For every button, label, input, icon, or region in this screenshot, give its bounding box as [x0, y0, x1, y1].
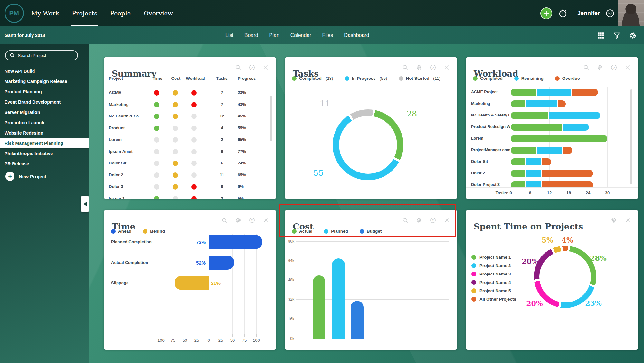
- legend-label: Budget: [367, 229, 382, 234]
- gear-button[interactable]: [597, 64, 603, 70]
- search-button[interactable]: [221, 217, 227, 223]
- new-project-button[interactable]: + New Project: [5, 172, 46, 181]
- timer-button[interactable]: [558, 8, 568, 18]
- status-dot-red: [191, 90, 197, 96]
- table-row[interactable]: NZ Health & Sa...1245%: [104, 110, 276, 122]
- search-input[interactable]: Search Project: [5, 50, 78, 60]
- view-tabs: ListBoardPlanCalendarFilesDashboard: [225, 26, 369, 44]
- svg-text:?: ?: [613, 66, 615, 69]
- pm-logo[interactable]: PM: [5, 4, 24, 23]
- search-button[interactable]: [235, 64, 241, 70]
- user-avatar-photo[interactable]: [618, 0, 644, 26]
- add-button[interactable]: [540, 7, 552, 19]
- bar-segment-completed: [511, 158, 525, 165]
- legend-dot: [292, 229, 297, 234]
- close-button[interactable]: [444, 217, 450, 223]
- workload-bar: [511, 170, 593, 177]
- gridline: [209, 234, 209, 334]
- help-icon: ?: [249, 217, 255, 223]
- bar-segment-remaining: [537, 147, 562, 154]
- tab-list[interactable]: List: [225, 26, 233, 44]
- tasks-donut-chart: [333, 109, 403, 180]
- status-dot-none: [154, 172, 159, 178]
- filter-button[interactable]: [613, 32, 621, 40]
- table-row[interactable]: Marketing743%: [104, 99, 276, 111]
- status-dot-green: [154, 114, 159, 119]
- time-value-label: 52%: [183, 260, 206, 265]
- sidebar-collapse-handle[interactable]: [81, 196, 89, 212]
- tab-files[interactable]: Files: [322, 26, 333, 44]
- close-button[interactable]: [444, 64, 450, 70]
- search-button[interactable]: [402, 217, 408, 223]
- sidebar-item-risk-management-planning[interactable]: Risk Management Planning: [0, 138, 89, 148]
- close-button[interactable]: [625, 64, 631, 70]
- legend-item-overdue: Overdue: [555, 76, 580, 81]
- time-panel: Time ? AheadBehind 1007550250255075100Pl…: [104, 210, 276, 350]
- table-row[interactable]: Dolor 399%: [104, 181, 276, 193]
- tab-plan[interactable]: Plan: [269, 26, 279, 44]
- close-button[interactable]: [625, 217, 631, 223]
- table-row[interactable]: Dolor Sit674%: [104, 157, 276, 169]
- table-row[interactable]: ACME723%: [104, 87, 276, 99]
- gear-button[interactable]: [235, 217, 241, 223]
- sidebar-item-new-api-build[interactable]: New API Build: [0, 66, 89, 76]
- workload-scrollbar[interactable]: [630, 89, 632, 184]
- table-row[interactable]: Product455%: [104, 122, 276, 134]
- close-icon: [263, 217, 269, 223]
- axis-tick: 0: [506, 191, 516, 195]
- sidebar-item-pr-release[interactable]: PR Release: [0, 159, 89, 169]
- legend-dot: [345, 76, 349, 81]
- nav-item-projects[interactable]: Projects: [72, 0, 97, 26]
- legend-label: Project Name 4: [479, 280, 511, 285]
- help-button[interactable]: ?: [611, 64, 617, 70]
- legend-label: Actual: [299, 229, 312, 234]
- help-button[interactable]: ?: [249, 64, 255, 70]
- status-dot-none: [154, 137, 159, 143]
- help-button[interactable]: ?: [249, 217, 255, 223]
- tab-board[interactable]: Board: [244, 26, 258, 44]
- axis-tick: 25: [191, 338, 203, 343]
- gear-button[interactable]: [611, 217, 617, 223]
- search-button[interactable]: [402, 64, 408, 70]
- legend-item-project-name-2: Project Name 2: [471, 261, 516, 270]
- nav-item-people[interactable]: People: [110, 0, 131, 26]
- close-button[interactable]: [263, 64, 269, 70]
- help-button[interactable]: ?: [430, 217, 436, 223]
- panel-header-icons: ?: [402, 64, 450, 70]
- user-name[interactable]: Jennifer: [577, 10, 600, 17]
- sidebar-item-philanthropic-initiative[interactable]: Philanthropic Initiative: [0, 148, 89, 159]
- gear-button[interactable]: [416, 217, 422, 223]
- sidebar-item-promotion-launch[interactable]: Promotion Launch: [0, 117, 89, 128]
- user-menu-button[interactable]: [606, 9, 614, 18]
- help-icon: ?: [430, 64, 436, 70]
- nav-item-overview[interactable]: Overview: [144, 0, 173, 26]
- search-button[interactable]: [583, 64, 589, 70]
- plus-icon: +: [5, 172, 14, 181]
- grid-view-button[interactable]: [597, 31, 605, 40]
- donut-hole: [539, 251, 591, 302]
- table-row[interactable]: Ipsum 135%: [104, 193, 276, 199]
- close-button[interactable]: [263, 217, 269, 223]
- settings-button[interactable]: [629, 31, 637, 40]
- sidebar-item-marketing-campaign-release[interactable]: Marketing Campaign Release: [0, 76, 89, 87]
- help-button[interactable]: ?: [430, 64, 436, 70]
- legend-item-completed: Completed (28): [292, 76, 333, 81]
- nav-item-my-work[interactable]: My Work: [31, 0, 59, 26]
- table-row[interactable]: Dolor 21165%: [104, 169, 276, 181]
- table-row[interactable]: Ipsum Amet677%: [104, 146, 276, 158]
- sidebar-item-website-redesign[interactable]: Website Redesign: [0, 128, 89, 138]
- table-row[interactable]: Lorem265%: [104, 134, 276, 146]
- status-dot-yellow: [173, 172, 178, 178]
- sidebar-item-server-migration[interactable]: Server Migration: [0, 107, 89, 117]
- workload-row-label: Product Redesign We...: [471, 125, 510, 129]
- summary-scrollbar[interactable]: [270, 96, 272, 141]
- legend-label: Project Name 5: [479, 288, 511, 293]
- tab-calendar[interactable]: Calendar: [290, 26, 311, 44]
- sidebar-item-event-brand-development[interactable]: Event Brand Development: [0, 97, 89, 107]
- legend-item-budget: Budget: [360, 229, 382, 234]
- sidebar-item-product-planning[interactable]: Product Planning: [0, 87, 89, 97]
- gear-button[interactable]: [416, 64, 422, 70]
- status-dot-none: [173, 126, 178, 131]
- gear-icon: [235, 217, 241, 223]
- tab-dashboard[interactable]: Dashboard: [344, 26, 369, 44]
